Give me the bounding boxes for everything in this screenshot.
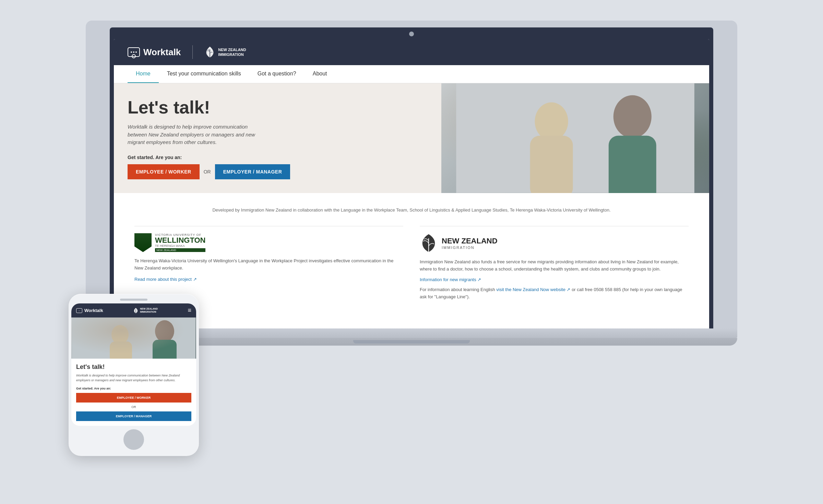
hero-image: [441, 83, 709, 193]
mobile-phone: ··· Worktalk NEW ZEALAND IMMIGRATION ≡: [69, 294, 199, 456]
mobile-fern-icon: [133, 308, 139, 314]
mobile-hero-img-overlay: [71, 317, 196, 359]
fern-icon: [204, 46, 215, 58]
mobile-hero-desc: Worktalk is designed to help improve com…: [76, 373, 191, 383]
mobile-hamburger-icon[interactable]: ≡: [188, 307, 191, 314]
laptop-camera: [409, 32, 414, 36]
wellington-text: VICTORIA UNIVERSITY OF WELLINGTON TE HER…: [155, 233, 205, 252]
mobile-nz-text: NEW ZEALAND IMMIGRATION: [140, 308, 158, 313]
hero-section: Let's talk! Worktalk is designed to help…: [114, 83, 709, 193]
nav-about[interactable]: About: [305, 65, 335, 83]
nz-sub-label: NEW ZEALAND: [155, 248, 205, 252]
partners-grid: VICTORIA UNIVERSITY OF WELLINGTON TE HER…: [134, 226, 689, 304]
nz-immigration-logo: NEW ZEALAND IMMIGRATION: [204, 46, 246, 58]
mobile-content: Let's talk! Worktalk is designed to help…: [71, 359, 196, 426]
hero-content: Let's talk! Worktalk is designed to help…: [114, 83, 441, 193]
nav-question[interactable]: Got a question?: [249, 65, 305, 83]
hero-cta-label: Get started. Are you an:: [128, 155, 428, 160]
mobile-logo-icon: ···: [76, 308, 82, 313]
svg-rect-5: [456, 83, 694, 193]
site-logo: Worktalk: [128, 47, 181, 58]
mobile-logo: ··· Worktalk: [76, 308, 103, 313]
mobile-logo-text: Worktalk: [84, 308, 103, 313]
nz-text: NEW ZEALAND IMMIGRATION: [218, 47, 246, 57]
nzimmig-link2[interactable]: visit the New Zealand Now website ↗: [496, 287, 570, 292]
hero-people-svg: [441, 83, 709, 193]
mobile-or-text: OR: [76, 405, 191, 409]
mobile-header: ··· Worktalk NEW ZEALAND IMMIGRATION ≡: [71, 303, 196, 317]
nzimmig-desc2: For information about learning English v…: [420, 286, 689, 301]
employee-button[interactable]: EMPLOYEE / WORKER: [128, 164, 200, 179]
laptop-foot: [353, 340, 470, 344]
wellington-logo: VICTORIA UNIVERSITY OF WELLINGTON TE HER…: [134, 233, 403, 252]
chat-dots: [131, 51, 137, 53]
employer-button[interactable]: EMPLOYER / MANAGER: [215, 164, 290, 179]
nav-home[interactable]: Home: [128, 65, 159, 83]
wellington-big-label: WELLINGTON: [155, 237, 205, 244]
mobile-screen: ··· Worktalk NEW ZEALAND IMMIGRATION ≡: [71, 303, 196, 426]
nz-immig-sub: IMMIGRATION: [442, 245, 498, 250]
site-header: Worktalk NEW ZE: [114, 39, 709, 65]
mobile-hero-title: Let's talk!: [76, 363, 191, 371]
logo-divider: [192, 45, 193, 59]
nav-skills[interactable]: Test your communication skills: [159, 65, 249, 83]
scene: Worktalk NEW ZE: [34, 21, 789, 483]
nz-immig-text-block: NEW ZEALAND IMMIGRATION: [442, 237, 498, 250]
worktalk-logo-icon: [128, 47, 140, 57]
nzimmig-desc: Immigration New Zealand also funds a fre…: [420, 259, 689, 273]
laptop-screen: Worktalk NEW ZE: [114, 39, 709, 328]
mobile-speaker: [120, 299, 147, 301]
partner-victoria: VICTORIA UNIVERSITY OF WELLINGTON TE HER…: [134, 226, 403, 304]
laptop-screen-outer: Worktalk NEW ZE: [110, 27, 713, 328]
nzimmig-link1[interactable]: Information for new migrants ↗: [420, 277, 689, 282]
nz-immigration-logo-large: NEW ZEALAND IMMIGRATION: [420, 233, 689, 253]
laptop-top: Worktalk NEW ZE: [86, 21, 737, 328]
attribution-text: Developed by Immigration New Zealand in …: [134, 207, 689, 214]
or-text: OR: [204, 169, 211, 175]
victoria-link[interactable]: Read more about this project ↗: [134, 277, 197, 282]
hero-description: Worktalk is designed to help improve com…: [128, 123, 265, 146]
nz-fern-large-icon: [420, 233, 438, 253]
te-herenga-label: TE HERENGA WAKA: [155, 244, 205, 248]
mobile-home-button[interactable]: [123, 429, 144, 450]
content-section: Developed by Immigration New Zealand in …: [114, 193, 709, 329]
victoria-desc: Te Herenga Waka-Victoria University of W…: [134, 257, 403, 272]
mobile-nz-logo: NEW ZEALAND IMMIGRATION: [133, 308, 158, 314]
hero-title: Let's talk!: [128, 97, 428, 118]
mobile-cta-label: Get started. Are you an:: [76, 387, 191, 390]
logo-text: Worktalk: [143, 47, 181, 58]
partner-nzimmig: NEW ZEALAND IMMIGRATION Immigration New …: [420, 226, 689, 304]
wellington-shield-icon: [134, 233, 152, 252]
site-nav: Home Test your communication skills Got …: [114, 65, 709, 83]
nz-immig-name: NEW ZEALAND: [442, 237, 498, 245]
mobile-hero-image: [71, 317, 196, 359]
hero-buttons: EMPLOYEE / WORKER OR EMPLOYER / MANAGER: [128, 164, 428, 179]
mobile-employer-button[interactable]: EMPLOYER / MANAGER: [76, 411, 191, 421]
mobile-employee-button[interactable]: EMPLOYEE / WORKER: [76, 393, 191, 403]
